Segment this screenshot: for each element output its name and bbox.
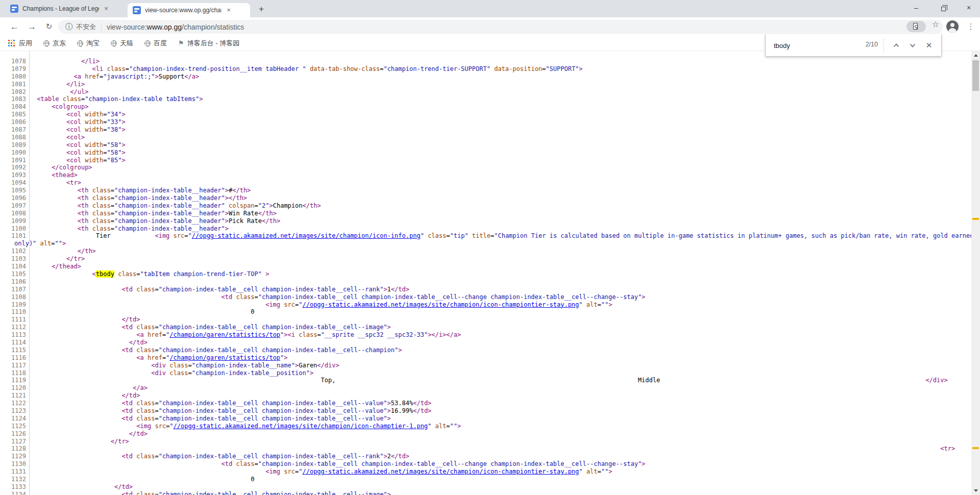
- source-token: class: [136, 415, 155, 422]
- source-token: >: [387, 407, 391, 414]
- source-token: [583, 468, 586, 475]
- window-minimize-button[interactable]: –: [904, 0, 928, 16]
- scroll-up-arrow[interactable]: [971, 51, 980, 60]
- source-line: 1129 <td class="champion-index-table__ce…: [0, 453, 971, 460]
- source-token: <th: [78, 210, 89, 217]
- source-token: "champion-index-table__header": [114, 210, 225, 217]
- browser-toolbar: ← → ↻ ⓘ 不安全 view-source:www.op.gg/champi…: [0, 17, 980, 36]
- source-link[interactable]: //opgg-static.akamaized.net/images/site/…: [302, 468, 579, 475]
- source-line: 1107 <td class="champion-index-table__ce…: [0, 286, 971, 293]
- bookmark-item[interactable]: 百度: [144, 39, 167, 48]
- close-tab-icon[interactable]: ×: [102, 5, 110, 13]
- window-restore-button[interactable]: [932, 0, 955, 16]
- source-line: 1120 </a>: [0, 384, 971, 392]
- find-next-button[interactable]: [906, 39, 919, 52]
- profile-avatar[interactable]: [946, 20, 959, 33]
- info-icon[interactable]: ⓘ: [65, 22, 72, 32]
- source-token: >: [225, 217, 229, 225]
- find-match-tick: [972, 447, 979, 449]
- source-code: 1078 </li>1079 <li class="champion-index…: [0, 58, 971, 495]
- source-token: class: [299, 331, 317, 338]
- source-token: class: [92, 225, 111, 232]
- source-token: width: [85, 118, 103, 126]
- bookmark-item[interactable]: 京东: [43, 39, 66, 48]
- source-line: 1133 </td>: [0, 483, 971, 491]
- source-token: <col: [66, 126, 81, 133]
- source-link[interactable]: //opgg-static.akamaized.net/images/site/…: [174, 423, 428, 430]
- vertical-scrollbar[interactable]: [971, 51, 980, 495]
- bookmark-star-icon[interactable]: ☆: [930, 19, 941, 30]
- line-number: 1079: [0, 65, 26, 73]
- source-token: Champion: [273, 202, 303, 209]
- source-link[interactable]: //opgg-static.akamaized.net/images/site/…: [302, 301, 579, 308]
- bookmark-item[interactable]: ⚑博客后台 - 博客园: [178, 39, 239, 48]
- source-line: 1097 <th class="champion-index-table__he…: [0, 202, 971, 210]
- source-token: </tr>: [111, 438, 129, 445]
- source-line: 1094 <tr>: [0, 179, 971, 187]
- new-tab-button[interactable]: +: [256, 4, 266, 14]
- source-token: =: [51, 240, 55, 247]
- browser-menu-icon[interactable]: ⋮: [965, 20, 977, 33]
- source-token: =: [155, 324, 158, 331]
- find-in-page-indicator[interactable]: [906, 21, 926, 32]
- source-line: 1108 <td class="champion-index-table__ce…: [0, 293, 971, 301]
- window-close-button[interactable]: ×: [957, 0, 980, 16]
- source-token: Tier: [96, 232, 111, 239]
- bookmarks-list: 京东淘宝天猫百度⚑博客后台 - 博客园: [43, 39, 251, 48]
- source-token: "champion-index-table__header": [114, 194, 225, 202]
- reload-button[interactable]: ↻: [42, 19, 56, 34]
- source-line: 1111 </td>: [0, 316, 971, 324]
- source-token: src: [284, 301, 295, 308]
- scrollbar-thumb[interactable]: [972, 60, 979, 91]
- source-line: 1087 <col width="38">: [0, 126, 971, 134]
- line-number: 1082: [0, 88, 26, 96]
- source-token: >: [310, 369, 313, 377]
- source-token: =: [111, 187, 114, 194]
- tab-view-source[interactable]: view-source:www.op.gg/cham ×: [128, 3, 250, 17]
- source-token: >: [225, 225, 229, 232]
- source-token: "": [450, 423, 457, 430]
- line-number: 1122: [0, 400, 26, 407]
- source-token: >: [121, 141, 125, 148]
- find-previous-button[interactable]: [890, 39, 902, 52]
- line-number: 1123: [0, 407, 26, 415]
- find-close-button[interactable]: ✕: [923, 39, 935, 52]
- source-token: =: [188, 369, 191, 377]
- line-number: 1130: [0, 460, 26, 468]
- bookmark-item[interactable]: 天猫: [111, 39, 133, 48]
- source-token: ": [421, 232, 424, 239]
- scroll-down-arrow[interactable]: [971, 486, 980, 495]
- source-link[interactable]: /champion/garen/statistics/top: [169, 354, 280, 361]
- source-link[interactable]: /champion/garen/statistics/top: [169, 331, 280, 338]
- opgg-favicon-icon: [10, 5, 18, 13]
- divider: [884, 38, 884, 53]
- back-button[interactable]: ←: [7, 19, 21, 34]
- source-token: <th: [78, 187, 89, 194]
- source-token: =: [155, 407, 158, 414]
- source-link[interactable]: //opgg-static.akamaized.net/images/site/…: [192, 232, 421, 239]
- source-token: "champion-index-table__cell champion-ind…: [159, 324, 387, 331]
- apps-grid-icon[interactable]: [8, 40, 15, 46]
- address-bar[interactable]: ⓘ 不安全 view-source:www.op.gg/champion/sta…: [58, 20, 943, 34]
- source-line: 1093 <thead>: [0, 171, 971, 179]
- line-number: 1083: [0, 95, 26, 103]
- tab-champions[interactable]: Champions - League of Legen ×: [5, 0, 124, 17]
- source-token: >: [457, 423, 461, 430]
- find-input[interactable]: [774, 39, 845, 52]
- source-token: =: [184, 232, 188, 239]
- divider: [101, 23, 102, 31]
- source-token: =: [255, 293, 258, 301]
- bookmark-item[interactable]: 淘宝: [77, 39, 100, 48]
- source-token: 0: [251, 308, 254, 315]
- source-line: 1109 <img src="//opgg-static.akamaized.n…: [0, 301, 971, 309]
- source-token: </td>: [413, 400, 431, 407]
- source-token: <col>: [66, 134, 85, 141]
- source-token: "34": [107, 111, 122, 118]
- source-token: href: [148, 331, 162, 338]
- source-token: Support: [159, 73, 185, 80]
- source-line: 1100 <th class="champion-index-table__he…: [0, 225, 971, 233]
- close-tab-icon[interactable]: ×: [225, 6, 233, 14]
- apps-label[interactable]: 应用: [19, 39, 32, 48]
- forward-button[interactable]: →: [24, 19, 39, 34]
- source-token: </td>: [391, 453, 409, 460]
